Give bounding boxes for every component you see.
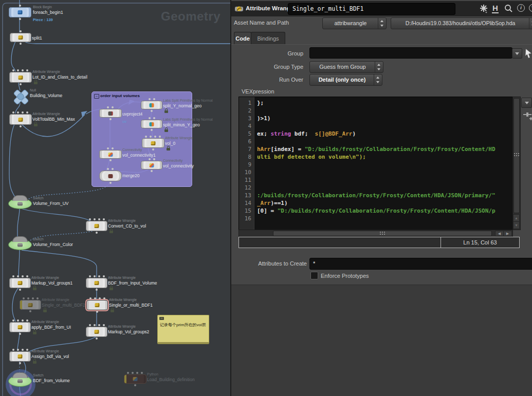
node-Convert_CD_to_vol[interactable] xyxy=(86,221,107,231)
search-icon[interactable] xyxy=(504,4,513,13)
node-foreach_begin1[interactable] xyxy=(9,7,31,17)
bypass-flag[interactable] xyxy=(20,300,22,309)
scroll-left-button[interactable]: ◀ xyxy=(495,231,504,236)
input-connectors[interactable] xyxy=(12,319,14,322)
vscrollbar-thumb[interactable] xyxy=(513,98,520,213)
output-connector[interactable] xyxy=(151,170,153,172)
code-line[interactable]: 10 xyxy=(239,168,519,176)
editor-expand-icon[interactable] xyxy=(522,110,532,123)
group-select-pointer-icon[interactable] xyxy=(524,48,532,59)
output-connector[interactable] xyxy=(20,83,22,85)
node-split1[interactable] xyxy=(10,33,31,42)
code-line[interactable]: 11 xyxy=(239,176,519,184)
editor-menu-button[interactable] xyxy=(521,98,532,108)
group-dropdown-button[interactable] xyxy=(512,48,522,59)
code-line[interactable]: 7hArr[index] = "D:/builds/frosty/Collabo… xyxy=(239,145,519,153)
tab-code[interactable]: Code xyxy=(234,32,251,45)
node-Assign_bdf_via_vol[interactable] xyxy=(9,351,31,362)
output-connector[interactable] xyxy=(20,125,22,127)
code-line[interactable]: 4 xyxy=(239,122,519,130)
code-line[interactable]: 6 xyxy=(239,138,519,145)
asset-name-select[interactable]: attribwrangle xyxy=(322,17,387,29)
node-Load_Building_definition[interactable] xyxy=(124,374,146,384)
output-connector[interactable] xyxy=(19,362,21,364)
output-connector[interactable] xyxy=(96,232,98,234)
node-split_minus_Y_geo[interactable] xyxy=(141,120,162,128)
asset-path-spinner[interactable] xyxy=(529,18,532,29)
output-connector[interactable] xyxy=(96,311,98,313)
output-connector[interactable] xyxy=(20,43,22,45)
input-connectors[interactable] xyxy=(149,158,151,160)
hscript-icon[interactable]: H xyxy=(492,4,499,13)
code-line[interactable]: 8ulti bdf detected on volume\n"); xyxy=(239,153,519,161)
code-line[interactable]: 15[0] = "D:/builds/frosty/Collaboration/… xyxy=(239,207,519,215)
output-connector[interactable] xyxy=(19,18,21,20)
run-over-select[interactable]: Detail (only once) xyxy=(309,74,382,86)
output-connector[interactable] xyxy=(96,289,98,291)
group-type-spinner[interactable] xyxy=(375,62,383,72)
run-over-spinner[interactable] xyxy=(374,74,382,85)
node-merge20[interactable] xyxy=(99,171,122,181)
node-name-input[interactable]: Single_or_multi_BDF1 xyxy=(288,3,455,15)
info-icon[interactable]: i xyxy=(517,4,525,12)
code-line[interactable]: 1}; xyxy=(239,99,519,107)
node-Markup_Vol_groups2[interactable] xyxy=(86,327,107,337)
group-type-select[interactable]: Guess from Group xyxy=(309,61,383,73)
sticky-note-minimize-icon[interactable]: – xyxy=(159,317,164,320)
node-BDF_from_Input_Volume[interactable] xyxy=(86,278,107,288)
output-connector[interactable] xyxy=(151,129,153,131)
input-connectors[interactable] xyxy=(107,168,109,170)
code-line[interactable]: 9 xyxy=(239,161,519,168)
code-line[interactable]: 12 xyxy=(239,184,519,192)
node-vol_connectivity[interactable] xyxy=(141,161,162,169)
input-connectors[interactable] xyxy=(12,349,14,351)
output-connector[interactable] xyxy=(109,159,112,161)
asset-name-spinner[interactable] xyxy=(378,18,386,29)
input-connectors[interactable] xyxy=(12,111,14,114)
node-apply_BDF_from_UI[interactable] xyxy=(9,322,31,332)
node-Markup_Vol_groups1[interactable] xyxy=(9,278,31,288)
editor-hscrollbar[interactable]: ◀ ▶ xyxy=(239,230,513,237)
bypass-flag[interactable] xyxy=(124,375,126,383)
scroll-up-button[interactable]: ▲ xyxy=(513,214,520,222)
output-connector[interactable] xyxy=(19,333,21,335)
node-Single_or_multi_BDF2[interactable] xyxy=(20,300,41,310)
help-icon[interactable]: ? xyxy=(529,4,532,12)
output-connector[interactable] xyxy=(109,182,112,184)
netbox-collapse-icon[interactable]: – xyxy=(94,94,99,99)
node-Single_or_multi_BDF1[interactable] xyxy=(86,300,108,310)
node-uvproject4[interactable] xyxy=(99,109,122,118)
gear-menu-icon[interactable] xyxy=(479,4,488,14)
vex-code-editor[interactable]: 1};23)>1)45ex; string bdf; s[]@BDF_Arr)6… xyxy=(239,97,521,230)
editor-vscrollbar[interactable]: ▲ ▼ xyxy=(512,97,521,230)
input-connectors[interactable] xyxy=(89,297,91,299)
code-line[interactable]: 14_Arr)==1) xyxy=(239,199,519,207)
node-vol_connectivity1[interactable] xyxy=(99,150,122,159)
hscrollbar-thumb[interactable] xyxy=(273,231,492,236)
scroll-down-button[interactable]: ▼ xyxy=(513,221,520,229)
code-line[interactable]: 5ex; string bdf; s[]@BDF_Arr) xyxy=(239,130,519,138)
input-connectors[interactable] xyxy=(89,218,91,220)
input-connectors[interactable] xyxy=(12,275,14,277)
input-connectors[interactable] xyxy=(89,324,91,326)
node-Building_Volume[interactable] xyxy=(13,90,28,103)
sticky-note[interactable]: – 记录每个prim所在的vol层 xyxy=(157,315,209,344)
input-connectors[interactable] xyxy=(107,106,109,108)
scroll-right-button[interactable]: ▶ xyxy=(503,231,512,236)
code-line[interactable]: 16 xyxy=(239,215,519,222)
input-connectors[interactable] xyxy=(107,147,109,149)
input-connectors[interactable] xyxy=(89,275,91,277)
node-Volume_From_Color[interactable] xyxy=(8,239,32,250)
input-connectors[interactable] xyxy=(12,69,14,71)
output-connector[interactable] xyxy=(151,110,153,112)
output-connector[interactable] xyxy=(29,310,31,312)
output-connector[interactable] xyxy=(152,148,154,150)
input-connectors[interactable] xyxy=(127,372,129,374)
code-line[interactable]: 2 xyxy=(239,107,519,115)
node-VoltTotalBB_Min_Max[interactable] xyxy=(9,114,32,125)
input-connectors[interactable] xyxy=(20,30,22,32)
group-input[interactable] xyxy=(309,47,512,59)
output-connector[interactable] xyxy=(96,337,98,340)
input-connectors[interactable] xyxy=(19,5,21,7)
output-connector[interactable] xyxy=(109,118,112,120)
